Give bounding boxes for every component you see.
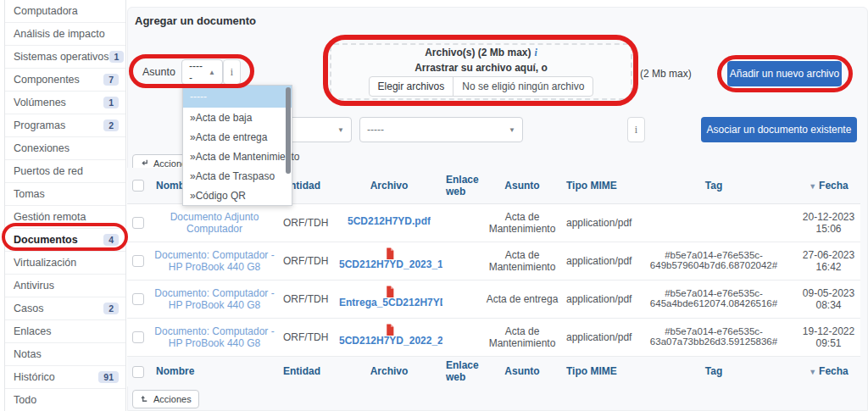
- date-cell: 19-12-2022 09:51: [797, 318, 860, 356]
- dropdown-option-acta-de-mantenimiento[interactable]: »Acta de Mantenimiento: [183, 147, 292, 166]
- header-fecha[interactable]: ▼Fecha: [797, 168, 860, 203]
- date-cell: 20-12-2023 15:06: [797, 203, 860, 242]
- dropdown-option-empty[interactable]: -----: [183, 86, 292, 108]
- footer-tag[interactable]: Tag: [631, 356, 797, 386]
- sidebar-item-tomas[interactable]: Tomas: [5, 183, 125, 206]
- count-badge: 7: [103, 74, 119, 86]
- select-all-checkbox[interactable]: [132, 180, 144, 192]
- dropdown-option-codigo-qr[interactable]: »Código QR: [183, 186, 292, 205]
- table-row: Documento: Computador - HP ProBook 440 G…: [127, 242, 860, 280]
- document-name-link[interactable]: Documento: Computador - HP ProBook 440 G…: [153, 287, 276, 311]
- no-file-chosen-text: No se eligió ningún archivo: [453, 77, 593, 96]
- sidebar-item-enlaces[interactable]: Enlaces: [5, 320, 125, 343]
- footer-tipo-mime[interactable]: Tipo MIME: [563, 356, 631, 386]
- sort-desc-icon: ▼: [809, 182, 816, 191]
- footer-asunto[interactable]: Asunto: [481, 356, 563, 386]
- subject-cell: Acta de Mantenimiento: [481, 318, 563, 356]
- header-tag[interactable]: Tag: [631, 168, 797, 203]
- associate-existing-document-button[interactable]: Asociar un documento existente: [701, 117, 857, 142]
- subject-dropdown-list: ----- »Acta de baja »Acta de entrega »Ac…: [182, 85, 292, 206]
- dropdown-option-acta-de-baja[interactable]: »Acta de baja: [183, 108, 292, 127]
- sidebar-item-computadora[interactable]: Computadora: [5, 0, 125, 23]
- corner-left-up-arrow-icon: [140, 394, 149, 405]
- sidebar-item-gestion-remota[interactable]: Gestión remota: [5, 206, 125, 229]
- count-badge: 2: [103, 119, 119, 132]
- entity-cell: ORF/TDH: [280, 242, 336, 280]
- mime-cell: application/pdf: [563, 203, 631, 242]
- document-name-link[interactable]: Documento: Computador - HP ProBook 440 G…: [153, 325, 276, 349]
- info-icon: i: [535, 47, 537, 58]
- row-checkbox[interactable]: [132, 217, 144, 229]
- sidebar-item-documentos[interactable]: Documentos4: [5, 229, 125, 252]
- header-enlace-web[interactable]: Enlace web: [442, 168, 481, 203]
- web-link-cell: [442, 203, 481, 242]
- subject-cell: Acta de Mantenimiento: [481, 242, 563, 280]
- sidebar-item-conexiones[interactable]: Conexiones: [5, 137, 125, 160]
- entity-cell: ORF/TDH: [280, 203, 336, 242]
- sidebar-item-analisis-de-impacto[interactable]: Análisis de impacto: [5, 23, 125, 46]
- footer-entidad[interactable]: Entidad: [280, 356, 336, 386]
- sidebar-item-programas[interactable]: Programas2: [5, 114, 125, 137]
- header-tipo-mime[interactable]: Tipo MIME: [563, 168, 631, 203]
- subject-cell: Acta de Mantenimiento: [481, 203, 563, 242]
- tag-cell: #b5e7a014-e76e535c-649b579604b7d6.687020…: [637, 250, 790, 270]
- chevron-down-icon: ▼: [337, 126, 344, 134]
- footer-archivo[interactable]: Archivo: [336, 356, 442, 386]
- header-asunto[interactable]: Asunto: [481, 168, 563, 203]
- footer-fecha[interactable]: ▼Fecha: [797, 356, 860, 386]
- subject-select[interactable]: ----- ▲: [181, 59, 223, 85]
- existing-document-select[interactable]: ----- ▼: [359, 117, 523, 142]
- sidebar-item-notas[interactable]: Notas: [5, 343, 125, 366]
- web-link-cell: [442, 280, 481, 318]
- sidebar-item-virtualizacion[interactable]: Virtualización: [5, 252, 125, 275]
- select-all-checkbox[interactable]: [132, 366, 144, 378]
- date-cell: 09-05-2023 08:34: [797, 280, 860, 318]
- file-dropzone[interactable]: Archivo(s) (2 Mb max)i Arrastrar su arch…: [330, 43, 632, 100]
- vertical-tabs-sidebar: Computadora Análisis de impacto Sistemas…: [4, 0, 126, 411]
- sidebar-item-todo[interactable]: Todo: [5, 389, 125, 411]
- max-size-note: (2 Mb max): [640, 68, 692, 80]
- table-footer-header-row: Nombre Entidad Archivo Enlace web Asunto…: [127, 356, 860, 386]
- choose-files-button[interactable]: Elegir archivos: [370, 77, 454, 96]
- row-checkbox[interactable]: [132, 255, 144, 267]
- count-badge: 4: [103, 234, 119, 247]
- tag-cell: #b5e7a014-e76e535c-63a07a73bb26d3.591258…: [637, 326, 790, 347]
- file-link[interactable]: 5CD212H7YD_2022_2.pd...: [339, 336, 442, 347]
- dropdown-scrollbar[interactable]: [286, 87, 291, 174]
- file-input[interactable]: Elegir archivos No se eligió ningún arch…: [369, 76, 594, 97]
- entity-cell: ORF/TDH: [280, 280, 336, 318]
- row-checkbox[interactable]: [132, 293, 144, 305]
- footer-enlace-web[interactable]: Enlace web: [442, 356, 481, 386]
- mime-cell: application/pdf: [563, 242, 631, 280]
- tag-cell: #b5e7a014-e76e535c-645a4bde612074.084265…: [637, 288, 790, 308]
- sidebar-item-volumenes[interactable]: Volúmenes1: [5, 92, 125, 114]
- actions-button-bottom[interactable]: Acciones: [132, 390, 199, 408]
- dropdown-option-acta-de-entrega[interactable]: »Acta de entrega: [183, 127, 292, 147]
- sidebar-item-antivirus[interactable]: Antivirus: [5, 275, 125, 297]
- footer-nombre[interactable]: Nombre: [149, 356, 280, 386]
- entity-cell: ORF/TDH: [280, 318, 336, 356]
- file-link[interactable]: Entrega_5CD212H7YD.p...: [339, 297, 442, 309]
- existing-document-select-value: -----: [367, 124, 384, 136]
- add-new-file-button[interactable]: Añadir un nuevo archivo: [727, 61, 842, 86]
- count-badge: 1: [103, 97, 119, 109]
- sidebar-item-componentes[interactable]: Componentes7: [5, 69, 125, 92]
- file-link[interactable]: 5CD212H7YD.pdf: [348, 215, 431, 227]
- sidebar-item-puertos-de-red[interactable]: Puertos de red: [5, 160, 125, 183]
- pdf-icon: [384, 285, 395, 297]
- header-archivo[interactable]: Archivo: [336, 168, 442, 203]
- subject-info-button[interactable]: i: [223, 59, 241, 85]
- existing-document-info-button[interactable]: i: [627, 117, 645, 142]
- dropdown-option-acta-de-traspaso[interactable]: »Acta de Traspaso: [183, 166, 292, 186]
- web-link-cell: [442, 318, 481, 356]
- file-link[interactable]: 5CD212H7YD_2023_1.pd...: [339, 259, 442, 271]
- dropzone-drag-text: Arrastrar su archivo aquí, o: [415, 62, 548, 74]
- sidebar-item-casos[interactable]: Casos2: [5, 297, 125, 320]
- sidebar-item-sistemas-operativos[interactable]: Sistemas operativos1: [5, 46, 125, 69]
- count-badge: 2: [103, 303, 119, 315]
- row-checkbox[interactable]: [132, 331, 144, 343]
- sidebar-item-historico[interactable]: Histórico91: [5, 366, 125, 389]
- document-name-link[interactable]: Documento: Computador - HP ProBook 440 G…: [153, 249, 276, 273]
- table-row: Documento: Computador - HP ProBook 440 G…: [127, 280, 860, 318]
- document-name-link[interactable]: Documento Adjunto Computador: [153, 211, 276, 235]
